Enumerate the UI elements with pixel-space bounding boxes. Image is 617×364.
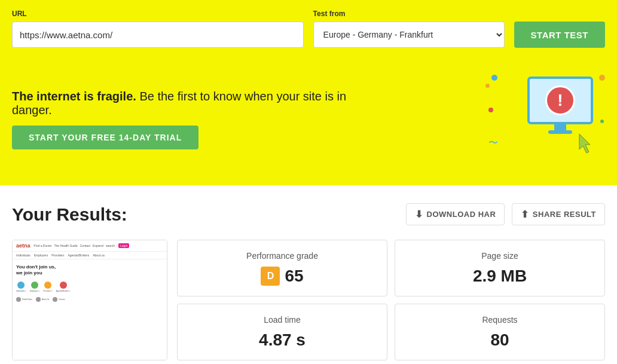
- metrics-grid: Performance grade D 65 Page size 2.9 MB …: [177, 240, 605, 360]
- fake-icon-circle-4: [60, 282, 67, 289]
- fake-footer-circle-3: [53, 297, 57, 302]
- banner-cta: START YOUR FREE 14-DAY TRIAL: [12, 126, 371, 149]
- results-title: Your Results:: [12, 204, 127, 225]
- decor-dot-2: [485, 84, 490, 88]
- fake-nav: aetna Find a Doctor The Health Guide Con…: [13, 240, 167, 252]
- decor-dot-5: [600, 120, 604, 123]
- cursor-icon: [577, 133, 596, 157]
- results-section: Your Results: ⬇ DOWNLOAD HAR ⬆ SHARE RES…: [0, 185, 617, 364]
- metric-value-loadtime: 4.87 s: [259, 331, 306, 350]
- fake-footer-items: Health News About Us Careers: [13, 295, 167, 304]
- trial-button[interactable]: START YOUR FREE 14-DAY TRIAL: [12, 126, 198, 149]
- decor-zigzag: 〜: [488, 137, 498, 149]
- fake-footer-item-2: About Us: [36, 297, 49, 302]
- warning-icon: !: [545, 85, 575, 115]
- svg-marker-0: [579, 134, 590, 153]
- url-input[interactable]: [12, 22, 304, 48]
- test-from-label: Test from: [313, 10, 505, 18]
- metric-card-pagesize: Page size 2.9 MB: [395, 240, 605, 296]
- fake-tabs: Individuals Employers Providers Agenda/B…: [13, 252, 167, 259]
- download-har-button[interactable]: ⬇ DOWNLOAD HAR: [406, 203, 505, 225]
- grade-badge: D: [261, 267, 280, 286]
- fake-icons-row: Individuals > Employers > Providers >: [13, 279, 167, 295]
- decor-dot-1: [491, 75, 497, 81]
- metric-value-pagesize: 2.9 MB: [473, 267, 527, 286]
- metric-value-performance: D 65: [261, 267, 303, 286]
- fake-icon-item-3: Providers >: [44, 282, 53, 292]
- monitor-screen: !: [527, 77, 593, 124]
- metric-card-performance: Performance grade D 65: [177, 240, 387, 296]
- fake-icon-circle-2: [31, 282, 38, 289]
- monitor-base: [548, 130, 572, 134]
- metric-card-requests: Requests 80: [395, 304, 605, 360]
- metric-label-requests: Requests: [482, 315, 517, 325]
- fake-icon-circle-1: [17, 282, 25, 289]
- fake-icon-item-1: Individuals >: [16, 282, 26, 292]
- banner-content: The internet is fragile. Be the first to…: [12, 90, 371, 149]
- download-icon: ⬇: [415, 209, 423, 220]
- test-from-group: Test from Europe - Germany - Frankfurt: [313, 10, 505, 48]
- fake-footer-item-3: Careers: [53, 297, 65, 302]
- screenshot-card: aetna Find a Doctor The Health Guide Con…: [12, 240, 167, 360]
- monitor-stand: [554, 124, 566, 130]
- fake-nav-links: Find a Doctor The Health Guide Contact E…: [34, 244, 115, 247]
- fake-icon-circle-3: [44, 282, 51, 289]
- results-actions: ⬇ DOWNLOAD HAR ⬆ SHARE RESULT: [406, 203, 605, 225]
- banner: The internet is fragile. Be the first to…: [0, 60, 617, 185]
- url-label: URL: [12, 10, 304, 18]
- monitor-container: !: [527, 77, 593, 134]
- fake-icon-item-2: Employers >: [30, 282, 40, 292]
- metric-label-pagesize: Page size: [481, 251, 518, 261]
- fake-footer-item-1: Health News: [16, 297, 32, 302]
- results-header: Your Results: ⬇ DOWNLOAD HAR ⬆ SHARE RES…: [12, 203, 605, 225]
- share-icon: ⬆: [521, 209, 529, 220]
- fake-login-btn: Login: [118, 243, 129, 248]
- metric-label-loadtime: Load time: [264, 315, 300, 325]
- fake-logo: aetna: [16, 243, 30, 249]
- fake-footer-circle-1: [16, 297, 21, 302]
- decor-dot-4: [599, 75, 605, 81]
- start-test-button[interactable]: START TEST: [514, 22, 605, 48]
- metric-label-performance: Performance grade: [246, 251, 318, 261]
- fake-hero: You don't join us,we join you: [13, 259, 167, 279]
- banner-bold-text: The internet is fragile.: [12, 90, 136, 103]
- decor-dot-3: [488, 108, 493, 112]
- banner-text: The internet is fragile. Be the first to…: [12, 90, 371, 117]
- location-select[interactable]: Europe - Germany - Frankfurt: [313, 22, 505, 48]
- results-grid: aetna Find a Doctor The Health Guide Con…: [12, 240, 605, 360]
- url-group: URL: [12, 10, 304, 48]
- metric-value-requests: 80: [490, 331, 509, 350]
- fake-hero-title: You don't join us,we join you: [16, 264, 163, 277]
- fake-icon-item-4: Agenda/Brokers >: [56, 282, 71, 292]
- fake-footer-circle-2: [36, 297, 41, 302]
- share-result-button[interactable]: ⬆ SHARE RESULT: [512, 203, 605, 225]
- metric-card-loadtime: Load time 4.87 s: [177, 304, 387, 360]
- top-bar: URL Test from Europe - Germany - Frankfu…: [0, 0, 617, 60]
- fake-website: aetna Find a Doctor The Health Guide Con…: [13, 240, 167, 360]
- banner-illustration: ! 〜: [485, 72, 605, 167]
- screenshot-inner: aetna Find a Doctor The Health Guide Con…: [13, 240, 167, 360]
